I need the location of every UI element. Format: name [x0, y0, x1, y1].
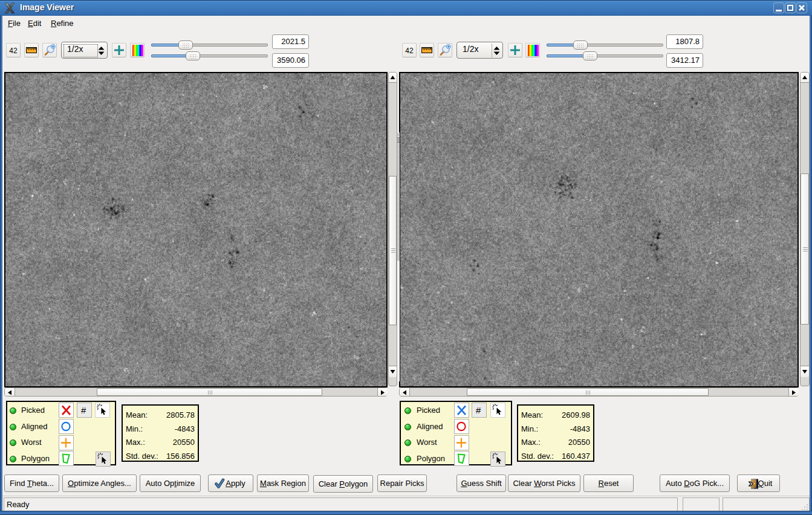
- svg-text:#: #: [81, 405, 86, 415]
- svg-text:#: #: [476, 405, 481, 415]
